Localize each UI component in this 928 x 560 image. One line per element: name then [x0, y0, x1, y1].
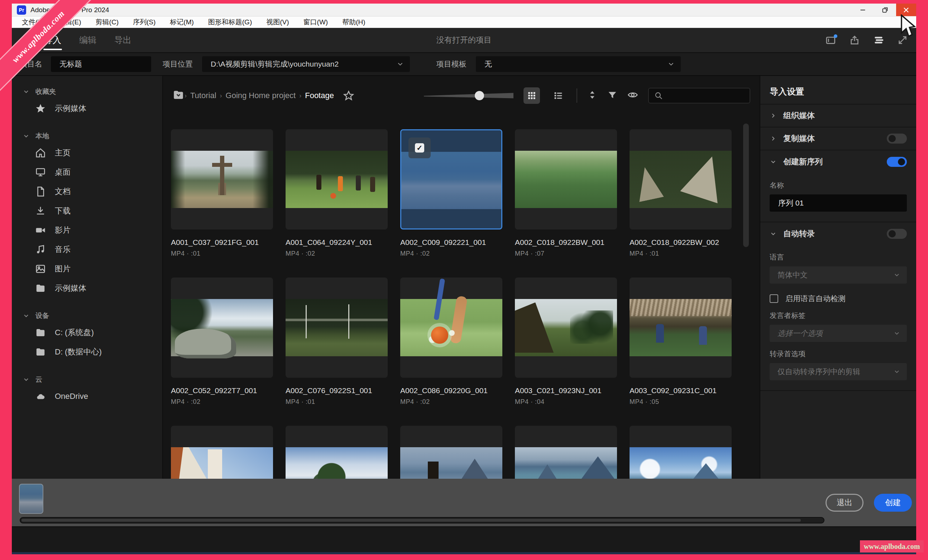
grid-view-button[interactable]	[524, 87, 540, 104]
maximize-button[interactable]	[874, 4, 896, 16]
sidebar-item-drive-d[interactable]: D: (数据中心)	[12, 342, 162, 362]
sidebar-item-home[interactable]: 主页	[12, 143, 162, 163]
horizontal-scrollbar[interactable]	[20, 517, 824, 523]
tab-edit[interactable]: 编辑	[78, 29, 97, 52]
chevron-down-icon	[893, 368, 901, 375]
menu-clip[interactable]: 剪辑(C)	[89, 18, 126, 27]
thumbnail-zoom-slider[interactable]	[424, 88, 513, 103]
folder-icon	[35, 283, 46, 294]
clip-thumbnail-kids-playing-soccer	[285, 151, 388, 208]
clip-card[interactable]	[400, 426, 502, 479]
clip-card[interactable]	[285, 129, 388, 230]
auto-transcribe-toggle-off[interactable]	[887, 229, 907, 239]
panel-notification-button[interactable]	[825, 34, 836, 46]
sidebar-item-onedrive[interactable]: OneDrive	[12, 387, 162, 406]
sidebar-section-favorites[interactable]: 收藏夹	[12, 85, 162, 99]
sidebar-item-pictures[interactable]: 图片	[12, 259, 162, 278]
sidebar-item-desktop[interactable]: 桌面	[12, 163, 162, 182]
project-name-input[interactable]: 无标题	[51, 56, 151, 72]
auto-detect-language-row[interactable]: 启用语言自动检测	[770, 294, 907, 304]
list-view-button[interactable]	[550, 87, 566, 104]
menu-markers[interactable]: 标记(M)	[163, 18, 201, 27]
clip-cell	[285, 426, 388, 479]
clip-card[interactable]	[515, 277, 617, 378]
clip-cell	[171, 426, 273, 479]
settings-list-button[interactable]	[873, 34, 885, 46]
clip-card[interactable]	[515, 129, 617, 230]
project-fields-row: 项目名 无标题 项目位置 D:\A视频剪辑\剪辑完成\youchunyuan2 …	[12, 53, 916, 76]
exit-button[interactable]: 退出	[826, 494, 864, 512]
clip-card[interactable]	[630, 277, 732, 378]
clip-cell	[400, 426, 502, 479]
create-button[interactable]: 创建	[874, 494, 912, 512]
clip-thumbnail-tree-against-clouds	[285, 447, 388, 479]
clip-cell	[515, 426, 617, 479]
section-copy-media[interactable]: 复制媒体	[760, 128, 916, 151]
checkbox-unchecked-icon[interactable]	[770, 294, 778, 303]
clip-thumbnail-silhouette-lake-volcano	[400, 447, 502, 479]
clip-card[interactable]	[171, 426, 273, 479]
tab-export[interactable]: 导出	[114, 29, 132, 52]
sidebar-section-devices[interactable]: 设备	[12, 309, 162, 323]
slider-knob[interactable]	[475, 91, 484, 100]
clip-card[interactable]	[171, 277, 273, 378]
sort-button[interactable]	[587, 90, 597, 101]
clip-meta: MP4 · :01	[285, 398, 388, 406]
sidebar-section-cloud[interactable]: 云	[12, 372, 162, 387]
clip-cell: A002_C052_0922T7_001 MP4 · :02	[171, 277, 273, 426]
list-view-icon	[553, 91, 563, 100]
new-sequence-header[interactable]: 创建新序列	[760, 151, 916, 173]
menu-view[interactable]: 视图(V)	[259, 18, 296, 27]
selection-checkbox[interactable]: ✓	[409, 137, 431, 158]
language-dropdown[interactable]: 简体中文	[770, 266, 907, 284]
search-input[interactable]	[648, 88, 750, 103]
breadcrumb-tutorial[interactable]: Tutorial	[190, 91, 217, 100]
music-note-icon	[35, 244, 46, 255]
sidebar-item-label: 音乐	[55, 244, 70, 255]
share-icon	[849, 34, 860, 46]
sidebar-item-documents[interactable]: 文档	[12, 182, 162, 201]
vertical-scrollbar[interactable]	[743, 123, 749, 247]
sidebar-item-drive-c[interactable]: C: (系统盘)	[12, 323, 162, 342]
selected-clip-preview[interactable]	[19, 484, 43, 514]
clip-card[interactable]	[630, 426, 732, 479]
preview-visibility-button[interactable]	[627, 90, 638, 102]
folder-open-icon[interactable]	[172, 89, 185, 102]
project-location-dropdown[interactable]: D:\A视频剪辑\剪辑完成\youchunyuan2	[202, 56, 410, 72]
project-template-dropdown[interactable]: 无	[476, 56, 681, 72]
clip-card[interactable]	[515, 426, 617, 479]
menu-sequence[interactable]: 序列(S)	[126, 18, 163, 27]
auto-transcribe-header[interactable]: 自动转录	[760, 222, 916, 245]
toggle-knob	[888, 230, 896, 237]
clip-card[interactable]	[630, 129, 732, 230]
copy-media-toggle-off[interactable]	[887, 134, 907, 144]
sidebar-item-movies[interactable]: 影片	[12, 221, 162, 240]
sidebar-item-music[interactable]: 音乐	[12, 240, 162, 259]
menu-help[interactable]: 帮助(H)	[335, 18, 372, 27]
clip-card[interactable]	[400, 277, 502, 378]
menu-window[interactable]: 窗口(W)	[296, 18, 335, 27]
favorite-star-button[interactable]	[343, 90, 354, 101]
breadcrumb-footage[interactable]: Footage	[305, 91, 334, 100]
clip-card[interactable]	[285, 277, 388, 378]
clip-card-selected[interactable]: ✓	[400, 129, 502, 230]
share-button[interactable]	[849, 34, 860, 46]
sequence-name-input[interactable]: 序列 01	[770, 195, 907, 212]
clip-cell: A002_C076_0922S1_001 MP4 · :01	[285, 277, 388, 426]
minimize-button[interactable]	[852, 4, 874, 16]
scrollbar-thumb[interactable]	[21, 519, 801, 522]
sidebar-item-sample-media[interactable]: 示例媒体	[12, 278, 162, 298]
section-organize-media[interactable]: 组织媒体	[760, 105, 916, 128]
speaker-dropdown[interactable]: 选择一个选项	[770, 325, 907, 342]
sidebar-section-local[interactable]: 本地	[12, 129, 162, 143]
sidebar-item-sample-media-favorite[interactable]: 示例媒体	[12, 99, 162, 118]
menu-graphics[interactable]: 图形和标题(G)	[201, 18, 259, 27]
transcribe-pref-dropdown[interactable]: 仅自动转录序列中的剪辑	[770, 363, 907, 380]
sidebar-item-downloads[interactable]: 下载	[12, 201, 162, 221]
clip-card[interactable]	[285, 426, 388, 479]
clip-card[interactable]	[171, 129, 273, 230]
breadcrumb-going-home-project[interactable]: Going Home project	[226, 91, 296, 100]
new-sequence-toggle-on[interactable]	[887, 157, 907, 167]
premiere-window: Pr Adobe Premiere Pro 2024 文件(F) 编辑(E) 剪…	[12, 4, 916, 554]
filter-button[interactable]	[607, 90, 617, 101]
